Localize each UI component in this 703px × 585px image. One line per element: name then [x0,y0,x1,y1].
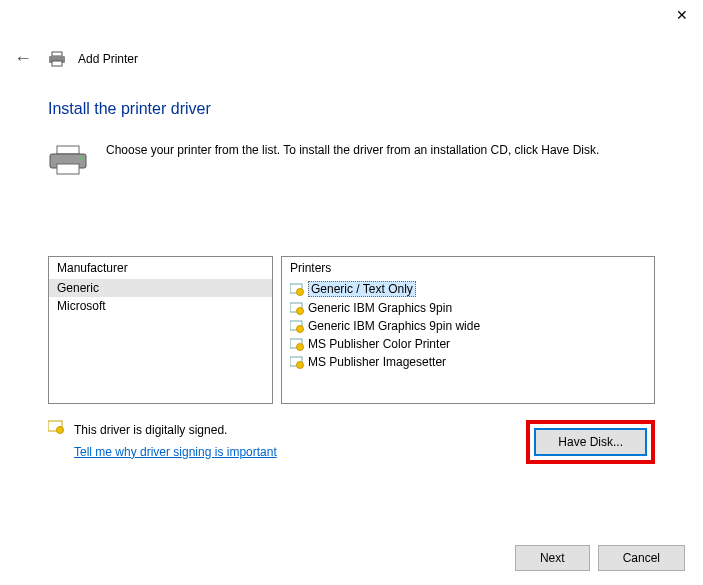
printer-icon [48,51,66,67]
next-button[interactable]: Next [515,545,590,571]
manufacturer-header: Manufacturer [49,257,272,279]
signing-link[interactable]: Tell me why driver signing is important [74,445,277,459]
svg-point-12 [297,326,304,333]
certificate-icon [290,301,304,315]
manufacturer-listbox[interactable]: Manufacturer Generic Microsoft [48,256,273,404]
wizard-title: Add Printer [78,52,138,66]
instruction-text: Choose your printer from the list. To in… [106,142,599,176]
wizard-header: ← Add Printer [10,48,693,69]
have-disk-button[interactable]: Have Disk... [534,428,647,456]
printers-listbox[interactable]: Printers Generic / Text Only Generic IBM… [281,256,655,404]
svg-rect-0 [52,52,62,56]
printers-header: Printers [282,257,654,279]
svg-point-8 [297,289,304,296]
list-item[interactable]: Microsoft [49,297,272,315]
svg-point-6 [80,157,83,160]
page-heading: Install the printer driver [48,100,655,118]
signing-status: This driver is digitally signed. [74,420,277,442]
back-arrow-icon[interactable]: ← [10,48,36,69]
printer-large-icon [48,144,88,176]
highlight-box: Have Disk... [526,420,655,464]
svg-rect-2 [52,61,62,66]
cancel-button[interactable]: Cancel [598,545,685,571]
svg-point-16 [297,362,304,369]
certificate-icon [290,319,304,333]
list-item[interactable]: MS Publisher Color Printer [282,335,654,353]
certificate-icon [290,282,304,296]
certificate-icon [290,337,304,351]
list-item[interactable]: Generic / Text Only [282,279,654,299]
svg-rect-3 [57,146,79,154]
svg-point-10 [297,308,304,315]
close-icon[interactable]: ✕ [676,7,688,23]
certificate-icon [290,355,304,369]
certificate-icon [48,420,64,434]
list-item[interactable]: Generic IBM Graphics 9pin wide [282,317,654,335]
svg-rect-5 [57,164,79,174]
svg-point-14 [297,344,304,351]
list-item[interactable]: MS Publisher Imagesetter [282,353,654,371]
list-item[interactable]: Generic [49,279,272,297]
svg-point-18 [57,427,64,434]
list-item[interactable]: Generic IBM Graphics 9pin [282,299,654,317]
